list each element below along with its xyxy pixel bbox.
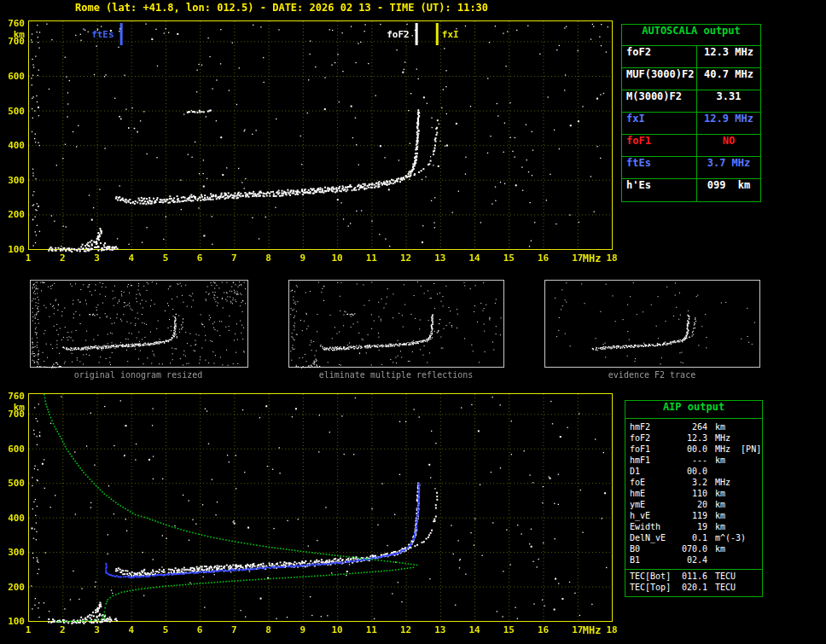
aip-param-label: TEC[Bot] (625, 571, 677, 583)
aip-param-value: 00.0 (677, 467, 707, 478)
x-axis-unit-label: MHz (583, 624, 602, 636)
aip-row-B1: B102.4 (625, 555, 762, 566)
aip-param-unit (707, 555, 715, 566)
aip-param-unit: km (707, 511, 725, 522)
x-tick-label: 9 (300, 252, 306, 264)
autoscala-param-value: NO (697, 135, 760, 156)
x-tick-label: 18 (606, 252, 617, 264)
aip-param-unit: km (707, 455, 725, 467)
x-tick-label: 11 (366, 252, 377, 264)
autoscala-param-value: 3.7 MHz (697, 157, 760, 178)
autoscala-param-label: M(3000)F2 (622, 90, 697, 112)
marker-label-ftEs: ftEs (61, 29, 114, 40)
aip-row-TEC[Top]: TEC[Top]020.1TECU (625, 583, 762, 594)
aip-param-label: hmE (625, 489, 677, 500)
x-tick-label: 12 (400, 252, 411, 264)
aip-param-unit (707, 467, 715, 478)
aip-param-value: 19 (677, 522, 707, 533)
autoscala-row-fxI: fxI12.9 MHz (622, 113, 760, 135)
aip-param-value: 20 (677, 500, 707, 511)
autoscala-param-label: MUF(3000)F2 (622, 68, 697, 90)
aip-param-unit: MHz (707, 478, 730, 489)
autoscala-param-label: foF1 (622, 135, 697, 156)
x-tick-label: 12 (400, 624, 411, 635)
x-tick-label: 17 (572, 252, 583, 264)
x-tick-label: 5 (163, 252, 169, 264)
caption-eliminate-reflections: eliminate multiple reflections (319, 370, 474, 380)
x-tick-label: 11 (366, 624, 377, 635)
x-tick-label: 16 (538, 624, 549, 635)
autoscala-param-value: 12.3 MHz (697, 46, 760, 67)
aip-param-unit: km (707, 422, 725, 433)
autoscala-param-value: 12.9 MHz (697, 113, 760, 134)
aip-param-value: 0.1 (677, 533, 707, 544)
autoscala-param-value: 3.31 (697, 90, 760, 112)
autoscala-param-label: foF2 (622, 46, 697, 67)
x-tick-label: 13 (434, 252, 445, 264)
x-tick-label: 6 (197, 252, 203, 264)
autoscala-param-label: ftEs (622, 157, 697, 178)
x-tick-label: 17 (572, 624, 583, 635)
x-tick-label: 16 (538, 252, 549, 264)
aip-param-value: 3.2 (677, 478, 707, 489)
aip-param-value: 110 (677, 489, 707, 500)
aip-param-value: 00.0 (677, 444, 707, 455)
autoscala-row-M(3000)F2: M(3000)F23.31 (622, 90, 760, 113)
autoscala-screen: Rome (lat: +41.8, lon: 012.5) - DATE: 20… (0, 0, 826, 644)
aip-param-unit: MHz [PN] (707, 444, 761, 455)
aip-row-DelN_vE: DelN_vE0.1m^(-3) (625, 533, 762, 544)
aip-param-unit: km (707, 544, 725, 555)
aip-row-Ewidth: Ewidth19km (625, 522, 762, 533)
aip-table-header: AIP output (625, 401, 762, 419)
aip-output-table: AIP output hmF2264kmfoF212.3MHzfoF100.0M… (625, 400, 763, 597)
x-tick-label: 13 (434, 624, 445, 635)
y-tick-label: 600 (0, 71, 25, 82)
aip-param-value: 020.1 (677, 583, 707, 594)
aip-row-ymE: ymE20km (625, 500, 762, 511)
aip-param-value: 02.4 (677, 555, 707, 566)
aip-row-B0: B0070.0km (625, 544, 762, 555)
aip-param-value: 264 (677, 422, 707, 433)
aip-param-label: hmF1 (625, 455, 677, 467)
y-tick-label: 100 (0, 616, 25, 627)
autoscala-table-header: AUTOSCALA output (622, 25, 760, 46)
y-tick-label: 500 (0, 106, 25, 117)
aip-row-foE: foE3.2MHz (625, 478, 762, 489)
x-tick-label: 8 (265, 252, 271, 264)
aip-param-unit: km (707, 500, 725, 511)
x-axis-unit-label: MHz (583, 252, 602, 264)
aip-param-label: TEC[Top] (625, 583, 677, 594)
aip-param-value: --- (677, 455, 707, 467)
aip-row-TEC[Bot]: TEC[Bot]011.6TECU (625, 571, 762, 583)
y-axis-unit-label: km (0, 29, 25, 40)
autoscala-param-value: 40.7 MHz (697, 68, 760, 90)
aip-row-hmF1: hmF1---km (625, 455, 762, 467)
aip-row-foF1: foF100.0MHz [PN] (625, 444, 762, 455)
y-tick-label: 300 (0, 547, 25, 558)
autoscala-row-foF1: foF1NO (622, 135, 760, 157)
aip-param-label: D1 (625, 467, 677, 478)
x-tick-label: 2 (60, 252, 66, 264)
x-tick-label: 14 (468, 624, 480, 635)
autoscala-param-value: 099 km (697, 179, 760, 201)
autoscala-row-ftEs: ftEs3.7 MHz (622, 157, 760, 179)
aip-param-unit: m^(-3) (707, 533, 746, 544)
y-tick-label: 400 (0, 513, 25, 524)
x-tick-label: 3 (94, 252, 100, 264)
aip-table-rows: hmF2264kmfoF212.3MHzfoF100.0MHz [PN]hmF1… (625, 422, 762, 566)
aip-row-foF2: foF212.3MHz (625, 433, 762, 444)
x-tick-label: 10 (331, 252, 342, 264)
autoscala-row-foF2: foF212.3 MHz (622, 46, 760, 68)
aip-param-label: foF1 (625, 444, 677, 455)
autoscala-row-MUF(3000)F2: MUF(3000)F240.7 MHz (622, 68, 760, 90)
tec-separator (625, 569, 762, 570)
aip-param-unit: TECU (707, 583, 736, 594)
y-tick-label: 100 (0, 244, 25, 255)
x-tick-label: 14 (468, 252, 480, 264)
x-tick-label: 1 (26, 624, 32, 635)
y-tick-label: 200 (0, 209, 25, 220)
marker-label-fxI: fxI (442, 29, 459, 40)
tec-table-rows: TEC[Bot]011.6TECUTEC[Top]020.1TECU (625, 571, 762, 594)
autoscala-row-h'Es: h'Es099 km (622, 179, 760, 201)
aip-row-hmF2: hmF2264km (625, 422, 762, 433)
